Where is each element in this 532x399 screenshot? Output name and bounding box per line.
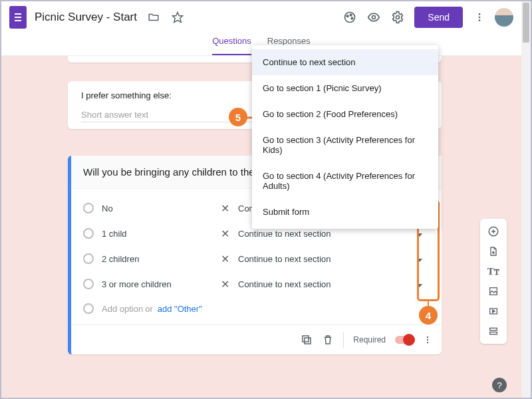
callout-badge-5: 5 <box>229 108 247 126</box>
option-text[interactable]: No <box>102 203 211 213</box>
forms-logo-icon[interactable] <box>9 6 27 29</box>
side-toolbar: Tᴛ <box>480 219 507 344</box>
section-goto-dropdown: Continue to next section Go to section 1… <box>252 45 438 229</box>
app-header: Picnic Survey - Start Send <box>1 1 521 33</box>
vertical-scrollbar[interactable] <box>521 1 531 398</box>
dropdown-item[interactable]: Submit form <box>252 199 438 225</box>
preview-icon[interactable] <box>366 10 381 25</box>
send-button[interactable]: Send <box>414 7 463 28</box>
svg-rect-13 <box>305 338 311 344</box>
svg-rect-1 <box>15 17 21 18</box>
svg-rect-22 <box>490 332 497 334</box>
dropdown-item[interactable]: Go to section 3 (Activity Preferences fo… <box>252 127 438 163</box>
scrollbar-thumb[interactable] <box>523 3 529 43</box>
svg-rect-0 <box>15 13 21 15</box>
svg-rect-2 <box>15 20 21 21</box>
add-video-icon[interactable] <box>480 301 507 321</box>
remove-option-icon[interactable]: ✕ <box>211 253 238 265</box>
more-icon[interactable] <box>472 10 487 25</box>
settings-icon[interactable] <box>390 10 405 25</box>
star-icon[interactable] <box>170 10 185 25</box>
svg-point-12 <box>479 19 481 21</box>
svg-marker-3 <box>173 13 183 23</box>
dropdown-item[interactable]: Go to section 2 (Food Preferences) <box>252 101 438 127</box>
svg-point-16 <box>427 339 428 340</box>
question-footer: Required <box>71 325 442 354</box>
radio-icon <box>83 203 94 213</box>
remove-option-icon[interactable]: ✕ <box>211 202 238 215</box>
add-option-row: Add option or add "Other" <box>83 297 430 321</box>
goto-select[interactable]: Continue to next section <box>238 229 410 239</box>
dropdown-item[interactable]: Continue to next section <box>252 49 438 75</box>
goto-select[interactable]: Continue to next section <box>238 254 410 264</box>
add-image-icon[interactable] <box>480 281 507 301</box>
callout-pointer-4 <box>428 301 429 307</box>
svg-rect-21 <box>490 328 497 330</box>
radio-icon <box>83 253 94 264</box>
svg-point-17 <box>427 342 428 343</box>
remove-option-icon[interactable]: ✕ <box>211 278 238 291</box>
dropdown-item[interactable]: Go to section 4 (Activity Preferences fo… <box>252 163 438 199</box>
svg-point-9 <box>396 16 400 19</box>
move-to-folder-icon[interactable] <box>146 10 161 25</box>
remove-option-icon[interactable]: ✕ <box>211 227 238 240</box>
svg-point-15 <box>427 336 428 338</box>
add-title-icon[interactable]: Tᴛ <box>480 261 507 281</box>
add-question-icon[interactable] <box>480 221 507 241</box>
document-title[interactable]: Picnic Survey - Start <box>35 11 137 24</box>
delete-icon[interactable] <box>322 334 334 346</box>
question-more-icon[interactable] <box>423 335 432 344</box>
option-text[interactable]: 2 children <box>102 254 211 264</box>
radio-icon <box>83 228 94 239</box>
dropdown-item[interactable]: Go to section 1 (Picnic Survey) <box>252 75 438 101</box>
option-text[interactable]: 3 or more children <box>102 279 211 289</box>
callout-badge-4: 4 <box>419 306 438 325</box>
svg-point-5 <box>347 15 349 17</box>
svg-rect-19 <box>490 288 497 295</box>
divider <box>343 332 344 348</box>
radio-icon <box>83 303 94 314</box>
import-questions-icon[interactable] <box>480 241 507 261</box>
add-option-button[interactable]: Add option <box>102 304 143 314</box>
svg-point-10 <box>479 13 481 15</box>
radio-icon <box>83 279 94 289</box>
required-label: Required <box>353 335 386 344</box>
add-other-button[interactable]: add "Other" <box>158 304 202 314</box>
goto-select[interactable]: Continue to next section <box>238 279 410 289</box>
user-avatar[interactable] <box>495 8 513 27</box>
required-toggle[interactable] <box>395 336 414 344</box>
tab-questions[interactable]: Questions <box>212 36 251 55</box>
svg-point-8 <box>372 16 376 19</box>
option-row: 2 children ✕ Continue to next section <box>83 246 430 271</box>
svg-point-7 <box>351 17 353 19</box>
option-row: 3 or more children ✕ Continue to next se… <box>83 271 430 297</box>
duplicate-icon[interactable] <box>301 334 313 346</box>
or-text: or <box>145 304 153 314</box>
svg-point-4 <box>345 13 355 23</box>
svg-point-6 <box>350 14 352 16</box>
palette-icon[interactable] <box>342 10 357 25</box>
add-section-icon[interactable] <box>480 321 507 341</box>
svg-rect-14 <box>303 336 309 342</box>
option-text[interactable]: 1 child <box>102 229 211 239</box>
help-icon[interactable]: ? <box>492 378 507 392</box>
svg-point-11 <box>479 17 481 19</box>
